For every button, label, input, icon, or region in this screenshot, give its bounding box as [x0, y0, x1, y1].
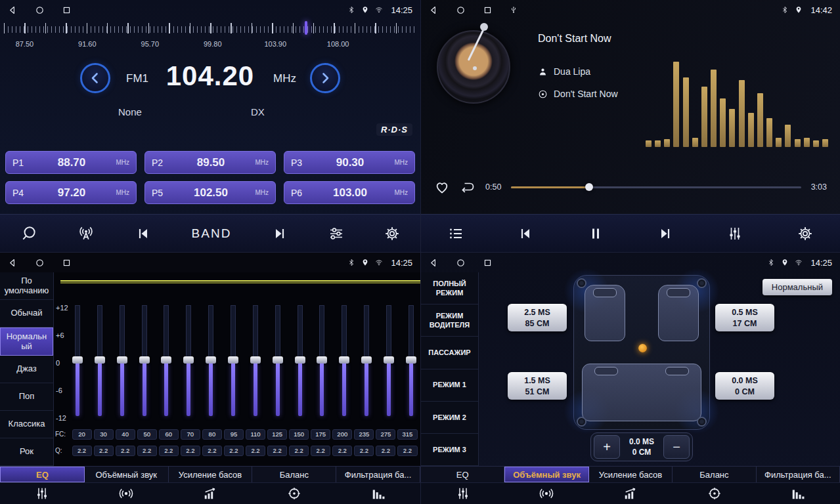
q-value[interactable]: 2.2: [202, 446, 222, 456]
filter-tab-icon[interactable]: [756, 483, 840, 504]
slider-handle[interactable]: [228, 356, 238, 364]
repeat-button[interactable]: [460, 179, 475, 195]
audio-tab[interactable]: Баланс: [673, 467, 756, 482]
front-right-speaker[interactable]: [697, 278, 707, 288]
eq-band-slider[interactable]: [183, 305, 194, 418]
audio-tab[interactable]: Баланс: [252, 467, 336, 482]
audio-tab[interactable]: Фильтрация ба...: [757, 467, 840, 482]
eq-band-slider[interactable]: [295, 305, 305, 418]
audio-tab[interactable]: Объёмный звук: [85, 467, 169, 482]
slider-handle[interactable]: [206, 356, 216, 364]
eq-preset-item[interactable]: По умолчанию: [0, 272, 53, 300]
eq-band-slider[interactable]: [95, 305, 105, 418]
slider-handle[interactable]: [183, 356, 194, 364]
eq-band-slider[interactable]: [117, 305, 127, 418]
slider-handle[interactable]: [361, 356, 372, 364]
eq-tab-icon[interactable]: [0, 483, 84, 504]
surround-mode-item[interactable]: РЕЖИМ ВОДИТЕЛЯ: [421, 304, 478, 337]
radio-preset-button[interactable]: P188.70MHz: [5, 151, 137, 174]
eq-preset-item[interactable]: Классика: [0, 411, 53, 438]
home-button[interactable]: [35, 258, 45, 268]
surround-tab-icon[interactable]: [505, 483, 589, 504]
fc-value[interactable]: 80: [202, 429, 222, 440]
fc-value[interactable]: 110: [246, 429, 265, 440]
q-value[interactable]: 2.2: [289, 446, 309, 456]
q-value[interactable]: 2.2: [72, 446, 92, 456]
radio-preset-button[interactable]: P289.50MHz: [144, 151, 276, 174]
eq-preset-item[interactable]: Джаз: [0, 356, 53, 383]
fc-value[interactable]: 275: [376, 429, 395, 440]
eq-sliders-button[interactable]: [727, 226, 743, 242]
slider-handle[interactable]: [250, 356, 261, 364]
balance-tab-icon[interactable]: [673, 483, 757, 504]
fc-value[interactable]: 95: [224, 429, 244, 440]
bass-boost-tab-icon[interactable]: [168, 483, 252, 504]
q-value[interactable]: 2.2: [332, 446, 352, 456]
fc-value[interactable]: 235: [354, 429, 374, 440]
band-button[interactable]: BAND: [192, 226, 232, 241]
fc-value[interactable]: 150: [289, 429, 309, 440]
home-button[interactable]: [456, 258, 466, 268]
recents-button[interactable]: [62, 258, 72, 268]
fc-value[interactable]: 175: [311, 429, 330, 440]
rear-left-speaker[interactable]: [577, 417, 586, 427]
slider-handle[interactable]: [384, 356, 394, 364]
audio-tab[interactable]: Усиление басов: [169, 467, 253, 482]
q-value[interactable]: 2.2: [137, 446, 157, 456]
front-left-delay-button[interactable]: 2.5 MS 85 CM: [508, 304, 567, 331]
eq-band-slider[interactable]: [406, 305, 416, 418]
q-value[interactable]: 2.2: [267, 446, 287, 456]
eq-band-slider[interactable]: [206, 305, 216, 418]
fc-value[interactable]: 125: [267, 429, 287, 440]
slider-handle[interactable]: [339, 356, 349, 364]
tune-up-button[interactable]: [310, 63, 340, 93]
surround-mode-item[interactable]: РЕЖИМ 1: [421, 369, 478, 402]
audio-tab[interactable]: Усиление басов: [589, 467, 673, 482]
q-value[interactable]: 2.2: [181, 446, 200, 456]
fc-value[interactable]: 315: [397, 429, 417, 440]
playlist-button[interactable]: [448, 226, 464, 242]
eq-sliders-button[interactable]: [328, 226, 344, 242]
eq-band-slider[interactable]: [317, 305, 327, 418]
back-button[interactable]: [8, 5, 18, 15]
eq-band-slider[interactable]: [228, 305, 238, 418]
slider-handle[interactable]: [117, 356, 127, 364]
surround-mode-item[interactable]: ПАССАЖИР: [421, 337, 478, 369]
home-button[interactable]: [456, 5, 466, 15]
q-value[interactable]: 2.2: [311, 446, 330, 456]
eq-preset-item[interactable]: Рок: [0, 438, 53, 466]
settings-button[interactable]: [797, 226, 813, 242]
surround-mode-item[interactable]: РЕЖИМ 2: [421, 402, 478, 434]
slider-handle[interactable]: [406, 356, 416, 364]
progress-knob[interactable]: [585, 183, 593, 191]
q-value[interactable]: 2.2: [224, 446, 244, 456]
increase-delay-button[interactable]: +: [594, 435, 620, 459]
fc-value[interactable]: 20: [72, 429, 92, 440]
audio-tab[interactable]: EQ: [0, 467, 85, 482]
eq-band-slider[interactable]: [139, 305, 150, 418]
slider-handle[interactable]: [317, 356, 327, 364]
decrease-delay-button[interactable]: −: [663, 435, 690, 459]
pause-button[interactable]: [588, 226, 604, 242]
rear-right-speaker[interactable]: [697, 417, 707, 427]
slider-handle[interactable]: [139, 356, 150, 364]
eq-band-slider[interactable]: [384, 305, 394, 418]
recents-button[interactable]: [62, 5, 72, 15]
radio-preset-button[interactable]: P6103.00MHz: [284, 181, 415, 204]
eq-preset-item[interactable]: Поп: [0, 383, 53, 411]
q-value[interactable]: 2.2: [116, 446, 135, 456]
eq-band-slider[interactable]: [72, 305, 83, 418]
slider-handle[interactable]: [95, 356, 105, 364]
frequency-scale[interactable]: 87.5091.6095.7099.80103.90108.00: [4, 23, 416, 53]
eq-band-slider[interactable]: [161, 305, 171, 418]
eq-preset-item[interactable]: Обычай: [0, 300, 53, 327]
broadcast-button[interactable]: [77, 225, 95, 242]
fc-value[interactable]: 40: [116, 429, 135, 440]
fc-value[interactable]: 70: [181, 429, 200, 440]
fc-value[interactable]: 50: [137, 429, 157, 440]
settings-button[interactable]: [384, 226, 400, 242]
front-left-speaker[interactable]: [577, 278, 586, 288]
radio-preset-button[interactable]: P497.20MHz: [5, 181, 137, 204]
next-track-button[interactable]: [657, 226, 673, 242]
prev-station-button[interactable]: [135, 226, 151, 242]
